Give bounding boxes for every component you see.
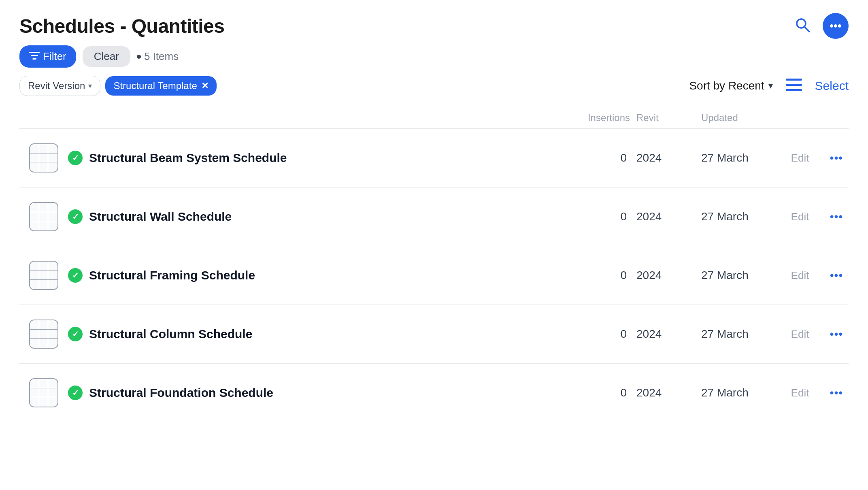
row-revit-5: 2024 — [630, 386, 695, 399]
col-updated-header: Updated — [695, 112, 776, 124]
row-more-3[interactable]: ••• — [824, 269, 849, 282]
row-more-1[interactable]: ••• — [824, 151, 849, 164]
col-icon-header — [19, 112, 68, 124]
row-icon-5 — [19, 378, 68, 407]
row-edit-3[interactable]: Edit — [776, 269, 824, 282]
row-title-4: Structural Column Schedule — [89, 327, 252, 341]
items-count: 5 Items — [137, 50, 179, 63]
select-button[interactable]: Select — [815, 79, 849, 93]
row-title-5: Structural Foundation Schedule — [89, 386, 273, 400]
row-icon-2 — [19, 202, 68, 231]
row-updated-1: 27 March — [695, 151, 776, 164]
grid-icon-4 — [29, 320, 58, 349]
row-title-3: Structural Framing Schedule — [89, 268, 255, 282]
sort-button[interactable]: Sort by Recent ▾ — [689, 79, 772, 92]
row-icon-4 — [19, 320, 68, 349]
svg-rect-6 — [786, 84, 802, 86]
row-revit-2: 2024 — [630, 210, 695, 223]
row-icon-1 — [19, 143, 68, 173]
sort-label: Sort by Recent — [689, 79, 764, 92]
row-title-1: Structural Beam System Schedule — [89, 151, 287, 165]
sort-chevron-icon: ▾ — [768, 81, 773, 91]
sort-select-row: Sort by Recent ▾ Select — [689, 77, 849, 95]
table-row: ✓ Structural Framing Schedule 0 2024 27 … — [19, 246, 849, 305]
table-header: Insertions Revit Updated — [19, 109, 849, 129]
verified-badge-3: ✓ — [68, 268, 83, 283]
revit-version-filter[interactable]: Revit Version ▾ — [19, 76, 100, 96]
row-edit-5[interactable]: Edit — [776, 387, 824, 399]
row-edit-1[interactable]: Edit — [776, 152, 824, 164]
row-insertions-1: 0 — [565, 151, 630, 164]
row-insertions-3: 0 — [565, 269, 630, 282]
grid-icon-1 — [29, 143, 58, 173]
subheader-row: Filter Clear 5 Items — [19, 45, 849, 68]
col-edit-header — [776, 112, 824, 124]
verified-badge-1: ✓ — [68, 151, 83, 165]
header-row: Schedules - Quantities ••• — [19, 13, 849, 39]
row-edit-2[interactable]: Edit — [776, 211, 824, 223]
row-name-4: ✓ Structural Column Schedule — [68, 327, 565, 341]
grid-icon-2 — [29, 202, 58, 231]
grid-icon-3 — [29, 261, 58, 290]
table-row: ✓ Structural Beam System Schedule 0 2024… — [19, 129, 849, 187]
search-button[interactable] — [792, 14, 813, 38]
revit-version-chevron-icon: ▾ — [88, 81, 92, 90]
row-updated-4: 27 March — [695, 328, 776, 341]
svg-line-1 — [804, 27, 809, 32]
filters-sort-row: Revit Version ▾ Structural Template ✕ So… — [19, 76, 849, 96]
items-count-text: 5 Items — [144, 50, 179, 63]
table-row: ✓ Structural Column Schedule 0 2024 27 M… — [19, 305, 849, 364]
filter-button[interactable]: Filter — [19, 45, 76, 68]
row-icon-3 — [19, 261, 68, 290]
col-name-header — [68, 112, 565, 124]
table-row: ✓ Structural Foundation Schedule 0 2024 … — [19, 364, 849, 422]
bullet-dot — [137, 55, 141, 59]
svg-rect-5 — [786, 79, 802, 81]
table-body: ✓ Structural Beam System Schedule 0 2024… — [19, 129, 849, 422]
col-more-header — [824, 112, 849, 124]
revit-version-label: Revit Version — [28, 80, 85, 92]
filter-label: Filter — [43, 50, 66, 63]
row-more-2[interactable]: ••• — [824, 210, 849, 223]
filter-tags: Revit Version ▾ Structural Template ✕ — [19, 76, 217, 96]
col-revit-header: Revit — [630, 112, 695, 124]
col-insertions-header: Insertions — [565, 112, 630, 124]
filter-icon — [29, 50, 40, 63]
page-title: Schedules - Quantities — [19, 15, 224, 37]
structural-template-label: Structural Template — [113, 80, 197, 92]
list-view-button[interactable] — [784, 77, 804, 95]
avatar-dots: ••• — [830, 19, 841, 32]
svg-rect-4 — [32, 58, 36, 60]
user-avatar-button[interactable]: ••• — [823, 13, 849, 39]
verified-badge-4: ✓ — [68, 327, 83, 341]
page-container: Schedules - Quantities ••• F — [0, 0, 868, 435]
grid-icon-5 — [29, 378, 58, 407]
row-name-3: ✓ Structural Framing Schedule — [68, 268, 565, 283]
row-name-1: ✓ Structural Beam System Schedule — [68, 151, 565, 165]
svg-rect-7 — [786, 89, 802, 91]
row-name-5: ✓ Structural Foundation Schedule — [68, 386, 565, 400]
row-insertions-2: 0 — [565, 210, 630, 223]
svg-rect-2 — [29, 52, 40, 53]
structural-template-filter[interactable]: Structural Template ✕ — [105, 76, 216, 96]
structural-template-close-icon[interactable]: ✕ — [201, 81, 208, 91]
table-row: ✓ Structural Wall Schedule 0 2024 27 Mar… — [19, 187, 849, 246]
header-icons: ••• — [792, 13, 849, 39]
clear-button[interactable]: Clear — [83, 46, 130, 67]
row-updated-5: 27 March — [695, 386, 776, 399]
svg-rect-3 — [31, 55, 38, 56]
row-revit-4: 2024 — [630, 328, 695, 341]
row-more-4[interactable]: ••• — [824, 328, 849, 341]
row-insertions-5: 0 — [565, 386, 630, 399]
verified-badge-5: ✓ — [68, 386, 83, 400]
row-insertions-4: 0 — [565, 328, 630, 341]
row-updated-2: 27 March — [695, 210, 776, 223]
row-title-2: Structural Wall Schedule — [89, 210, 232, 224]
row-name-2: ✓ Structural Wall Schedule — [68, 209, 565, 224]
row-revit-3: 2024 — [630, 269, 695, 282]
row-updated-3: 27 March — [695, 269, 776, 282]
row-revit-1: 2024 — [630, 151, 695, 164]
verified-badge-2: ✓ — [68, 209, 83, 224]
row-more-5[interactable]: ••• — [824, 386, 849, 399]
row-edit-4[interactable]: Edit — [776, 328, 824, 341]
